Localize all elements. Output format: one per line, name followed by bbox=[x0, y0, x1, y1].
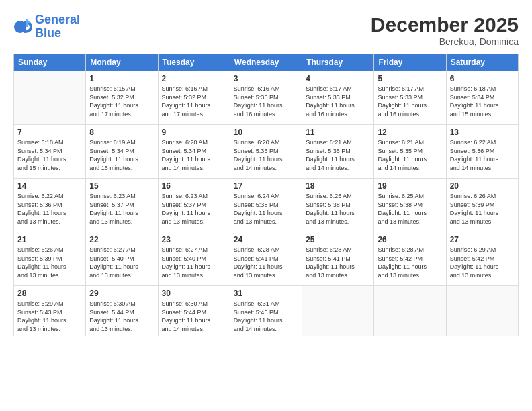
table-row: 19Sunrise: 6:25 AMSunset: 5:38 PMDayligh… bbox=[374, 179, 446, 232]
day-number: 4 bbox=[306, 74, 370, 83]
table-row: 30Sunrise: 6:30 AMSunset: 5:44 PMDayligh… bbox=[158, 286, 230, 336]
day-number: 18 bbox=[306, 181, 370, 191]
day-number: 27 bbox=[450, 235, 515, 244]
table-row: 31Sunrise: 6:31 AMSunset: 5:45 PMDayligh… bbox=[230, 286, 302, 336]
day-number: 15 bbox=[89, 181, 154, 191]
day-info: Sunrise: 6:21 AMSunset: 5:35 PMDaylight:… bbox=[378, 138, 442, 172]
day-number: 6 bbox=[450, 74, 515, 83]
header-wednesday: Wednesday bbox=[230, 54, 302, 71]
table-row: 20Sunrise: 6:26 AMSunset: 5:39 PMDayligh… bbox=[446, 179, 518, 232]
header-tuesday: Tuesday bbox=[158, 54, 230, 71]
day-info: Sunrise: 6:29 AMSunset: 5:43 PMDaylight:… bbox=[17, 300, 82, 333]
table-row: 10Sunrise: 6:20 AMSunset: 5:35 PMDayligh… bbox=[230, 125, 302, 179]
day-number: 5 bbox=[378, 74, 442, 83]
day-number: 9 bbox=[162, 128, 226, 137]
table-row: 17Sunrise: 6:24 AMSunset: 5:38 PMDayligh… bbox=[230, 179, 302, 232]
day-number: 22 bbox=[89, 235, 154, 244]
day-number: 17 bbox=[234, 181, 298, 191]
day-number: 1 bbox=[89, 74, 154, 83]
table-row: 16Sunrise: 6:23 AMSunset: 5:37 PMDayligh… bbox=[158, 179, 230, 232]
table-row bbox=[14, 71, 86, 125]
logo-icon bbox=[13, 17, 32, 36]
table-row: 18Sunrise: 6:25 AMSunset: 5:38 PMDayligh… bbox=[302, 179, 374, 232]
day-info: Sunrise: 6:26 AMSunset: 5:39 PMDaylight:… bbox=[17, 246, 82, 279]
day-number: 12 bbox=[378, 128, 442, 137]
table-row: 23Sunrise: 6:27 AMSunset: 5:40 PMDayligh… bbox=[158, 232, 230, 286]
table-row: 14Sunrise: 6:22 AMSunset: 5:36 PMDayligh… bbox=[14, 179, 86, 232]
day-info: Sunrise: 6:27 AMSunset: 5:40 PMDaylight:… bbox=[89, 246, 154, 279]
table-row: 28Sunrise: 6:29 AMSunset: 5:43 PMDayligh… bbox=[14, 286, 86, 336]
day-number: 8 bbox=[89, 128, 154, 137]
day-info: Sunrise: 6:31 AMSunset: 5:45 PMDaylight:… bbox=[234, 300, 298, 333]
table-row: 15Sunrise: 6:23 AMSunset: 5:37 PMDayligh… bbox=[86, 179, 158, 232]
table-row bbox=[446, 286, 518, 336]
header-monday: Monday bbox=[86, 54, 158, 71]
day-number: 28 bbox=[17, 289, 82, 298]
day-number: 2 bbox=[162, 74, 226, 83]
day-number: 16 bbox=[162, 181, 226, 191]
day-number: 23 bbox=[162, 235, 226, 244]
day-info: Sunrise: 6:22 AMSunset: 5:36 PMDaylight:… bbox=[450, 138, 515, 172]
day-info: Sunrise: 6:30 AMSunset: 5:44 PMDaylight:… bbox=[162, 300, 226, 333]
day-info: Sunrise: 6:18 AMSunset: 5:34 PMDaylight:… bbox=[450, 85, 515, 118]
table-row: 29Sunrise: 6:30 AMSunset: 5:44 PMDayligh… bbox=[86, 286, 158, 336]
day-info: Sunrise: 6:17 AMSunset: 5:33 PMDaylight:… bbox=[378, 85, 442, 118]
day-number: 26 bbox=[378, 235, 442, 244]
table-row: 13Sunrise: 6:22 AMSunset: 5:36 PMDayligh… bbox=[446, 125, 518, 179]
day-info: Sunrise: 6:28 AMSunset: 5:41 PMDaylight:… bbox=[306, 246, 370, 279]
day-number: 30 bbox=[162, 289, 226, 298]
day-info: Sunrise: 6:23 AMSunset: 5:37 PMDaylight:… bbox=[89, 192, 154, 226]
logo: General Blue bbox=[13, 13, 80, 40]
day-number: 21 bbox=[17, 235, 82, 244]
table-row: 26Sunrise: 6:28 AMSunset: 5:42 PMDayligh… bbox=[374, 232, 446, 286]
day-number: 25 bbox=[306, 235, 370, 244]
day-info: Sunrise: 6:28 AMSunset: 5:41 PMDaylight:… bbox=[234, 246, 298, 279]
calendar-table: Sunday Monday Tuesday Wednesday Thursday… bbox=[13, 54, 519, 336]
day-number: 10 bbox=[234, 128, 298, 137]
table-row: 6Sunrise: 6:18 AMSunset: 5:34 PMDaylight… bbox=[446, 71, 518, 125]
header-sunday: Sunday bbox=[14, 54, 86, 71]
table-row: 9Sunrise: 6:20 AMSunset: 5:34 PMDaylight… bbox=[158, 125, 230, 179]
table-row: 3Sunrise: 6:16 AMSunset: 5:33 PMDaylight… bbox=[230, 71, 302, 125]
header-thursday: Thursday bbox=[302, 54, 374, 71]
day-info: Sunrise: 6:29 AMSunset: 5:42 PMDaylight:… bbox=[450, 246, 515, 279]
day-info: Sunrise: 6:16 AMSunset: 5:32 PMDaylight:… bbox=[162, 85, 226, 118]
day-number: 24 bbox=[234, 235, 298, 244]
day-number: 29 bbox=[89, 289, 154, 298]
day-number: 11 bbox=[306, 128, 370, 137]
day-number: 7 bbox=[17, 128, 82, 137]
day-info: Sunrise: 6:27 AMSunset: 5:40 PMDaylight:… bbox=[162, 246, 226, 279]
day-info: Sunrise: 6:23 AMSunset: 5:37 PMDaylight:… bbox=[162, 192, 226, 226]
month-title: December 2025 bbox=[371, 13, 519, 36]
day-number: 20 bbox=[450, 181, 515, 191]
table-row: 8Sunrise: 6:19 AMSunset: 5:34 PMDaylight… bbox=[86, 125, 158, 179]
day-info: Sunrise: 6:18 AMSunset: 5:34 PMDaylight:… bbox=[17, 138, 82, 172]
day-number: 31 bbox=[234, 289, 298, 298]
day-info: Sunrise: 6:21 AMSunset: 5:35 PMDaylight:… bbox=[306, 138, 370, 172]
table-row: 21Sunrise: 6:26 AMSunset: 5:39 PMDayligh… bbox=[14, 232, 86, 286]
table-row: 7Sunrise: 6:18 AMSunset: 5:34 PMDaylight… bbox=[14, 125, 86, 179]
table-row: 24Sunrise: 6:28 AMSunset: 5:41 PMDayligh… bbox=[230, 232, 302, 286]
page: General Blue December 2025 Berekua, Domi… bbox=[0, 0, 532, 411]
day-info: Sunrise: 6:28 AMSunset: 5:42 PMDaylight:… bbox=[378, 246, 442, 279]
calendar-header-row: Sunday Monday Tuesday Wednesday Thursday… bbox=[14, 54, 519, 71]
day-info: Sunrise: 6:30 AMSunset: 5:44 PMDaylight:… bbox=[89, 300, 154, 333]
day-info: Sunrise: 6:25 AMSunset: 5:38 PMDaylight:… bbox=[306, 192, 370, 226]
title-block: December 2025 Berekua, Dominica bbox=[371, 13, 519, 47]
day-number: 14 bbox=[17, 181, 82, 191]
day-info: Sunrise: 6:24 AMSunset: 5:38 PMDaylight:… bbox=[234, 192, 298, 226]
header-saturday: Saturday bbox=[446, 54, 518, 71]
table-row: 22Sunrise: 6:27 AMSunset: 5:40 PMDayligh… bbox=[86, 232, 158, 286]
table-row: 11Sunrise: 6:21 AMSunset: 5:35 PMDayligh… bbox=[302, 125, 374, 179]
table-row: 4Sunrise: 6:17 AMSunset: 5:33 PMDaylight… bbox=[302, 71, 374, 125]
table-row: 27Sunrise: 6:29 AMSunset: 5:42 PMDayligh… bbox=[446, 232, 518, 286]
day-info: Sunrise: 6:22 AMSunset: 5:36 PMDaylight:… bbox=[17, 192, 82, 226]
day-info: Sunrise: 6:19 AMSunset: 5:34 PMDaylight:… bbox=[89, 138, 154, 172]
logo-line2: Blue bbox=[35, 26, 61, 40]
table-row: 12Sunrise: 6:21 AMSunset: 5:35 PMDayligh… bbox=[374, 125, 446, 179]
day-info: Sunrise: 6:17 AMSunset: 5:33 PMDaylight:… bbox=[306, 85, 370, 118]
table-row: 5Sunrise: 6:17 AMSunset: 5:33 PMDaylight… bbox=[374, 71, 446, 125]
location: Berekua, Dominica bbox=[371, 36, 519, 47]
table-row: 25Sunrise: 6:28 AMSunset: 5:41 PMDayligh… bbox=[302, 232, 374, 286]
day-number: 13 bbox=[450, 128, 515, 137]
